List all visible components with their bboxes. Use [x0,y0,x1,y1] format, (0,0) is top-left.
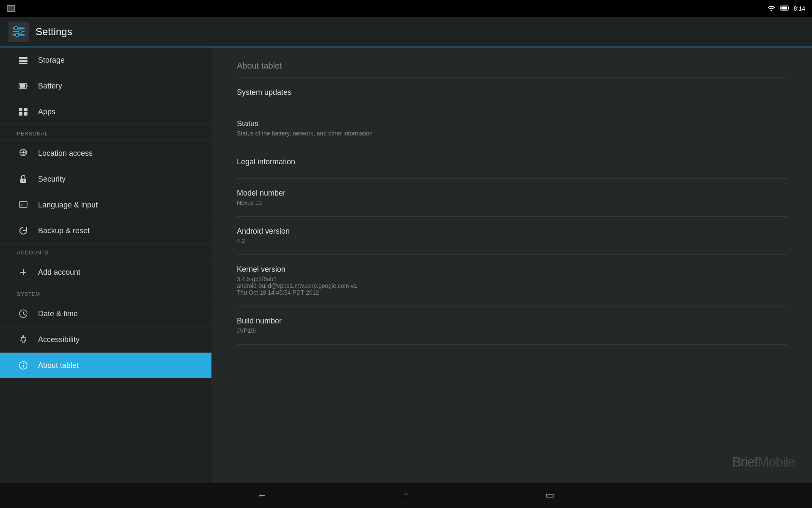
sidebar-label-security: Security [38,175,66,184]
svg-rect-18 [24,108,27,111]
item-title-modelnumber: Model number [237,189,787,198]
home-button[interactable]: ⌂ [398,487,414,504]
screenshot-icon [7,5,15,12]
content-title: About tablet [237,47,787,77]
content-item-androidversion: Android version 4.2 [237,217,787,255]
sidebar-item-about[interactable]: About tablet [0,353,211,378]
sidebar-item-security[interactable]: Security [0,166,211,192]
sidebar-item-backup[interactable]: Backup & reset [0,218,211,244]
datetime-icon [17,309,30,319]
battery-status-icon [780,5,790,13]
item-title-androidversion: Android version [237,227,787,236]
main-layout: Storage Battery [0,47,812,483]
content-panel: About tablet System updates Status Statu… [211,47,812,483]
title-bar: Settings [0,17,812,47]
page-title: Settings [36,26,72,38]
accessibility-icon [17,334,30,345]
svg-rect-19 [24,112,27,116]
item-subtitle-kernelversion: 3.4.5-g52f6ab1 android-build@vpbs1.mtv.c… [237,276,787,296]
about-icon [17,360,30,370]
sidebar-item-accessibility[interactable]: Accessibility [0,327,211,353]
svg-point-8 [19,30,22,33]
sidebar-label-datetime: Date & time [38,309,78,318]
svg-line-33 [23,314,25,315]
sidebar-label-about: About tablet [38,361,79,370]
content-item-modelnumber: Model number Nexus 10 [237,179,787,217]
svg-point-9 [15,33,19,37]
content-item-kernelversion: Kernel version 3.4.5-g52f6ab1 android-bu… [237,255,787,306]
sidebar-item-location[interactable]: Location access [0,141,211,166]
sidebar-item-addaccount[interactable]: Add account [0,260,211,285]
section-header-personal: PERSONAL [0,125,211,141]
battery-icon [17,81,30,91]
svg-point-26 [23,180,24,182]
sidebar-item-battery[interactable]: Battery [0,73,211,99]
sidebar-label-battery: Battery [38,82,62,91]
content-item-buildnumber: Build number JVP15I [237,306,787,345]
add-account-icon [17,267,30,277]
item-title-buildnumber: Build number [237,317,787,326]
item-subtitle-buildnumber: JVP15I [237,327,787,334]
svg-rect-10 [19,57,27,59]
sidebar-label-storage: Storage [38,56,65,65]
item-title-legalinfo: Legal information [237,157,787,166]
storage-icon [17,55,30,65]
content-item-legalinfo[interactable]: Legal information [237,147,787,179]
content-item-status[interactable]: Status Status of the battery, network, a… [237,109,787,147]
item-title-kernelversion: Kernel version [237,265,787,274]
item-subtitle-androidversion: 4.2 [237,237,787,244]
item-title-systemupdates: System updates [237,88,787,97]
svg-rect-3 [781,6,787,9]
sidebar-label-location: Location access [38,149,93,158]
item-subtitle-status: Status of the battery, network, and othe… [237,130,787,137]
section-header-accounts: ACCOUNTS [0,244,211,260]
watermark-brief: Brief [732,454,758,469]
security-icon [17,174,30,184]
content-item-systemupdates[interactable]: System updates [237,78,787,109]
sidebar-item-apps[interactable]: Apps [0,99,211,125]
svg-text:A: A [21,203,23,207]
sidebar-item-storage[interactable]: Storage [0,47,211,73]
sidebar-label-accessibility: Accessibility [38,335,80,344]
back-button[interactable]: ← [254,487,271,504]
svg-rect-2 [788,7,789,9]
location-icon [17,148,30,158]
language-icon: A [17,200,30,210]
item-subtitle-modelnumber: Nexus 10 [237,199,787,206]
svg-point-0 [771,10,772,11]
sidebar-label-apps: Apps [38,108,55,116]
svg-point-37 [23,363,24,364]
watermark-mobile: Mobile [758,454,795,469]
apps-icon [17,107,30,117]
settings-app-icon [8,22,29,42]
time-display: 8:14 [794,5,805,12]
backup-icon [17,226,30,236]
section-header-system: SYSTEM [0,285,211,301]
svg-rect-16 [19,108,22,111]
svg-rect-14 [27,85,27,87]
svg-point-7 [14,27,18,30]
svg-rect-15 [20,84,25,88]
sidebar-label-addaccount: Add account [38,268,80,277]
watermark: BriefMobile [732,454,795,470]
recents-button[interactable]: ▭ [541,487,558,504]
sidebar-item-datetime[interactable]: Date & time [0,301,211,327]
status-bar: 8:14 [0,0,812,17]
wifi-icon [767,5,776,13]
sidebar: Storage Battery [0,47,211,483]
item-title-status: Status [237,119,787,128]
sidebar-label-language: Language & input [38,201,98,210]
sidebar-label-backup: Backup & reset [38,226,90,235]
svg-point-34 [22,335,24,337]
nav-bar: ← ⌂ ▭ [0,483,812,508]
svg-rect-17 [19,112,22,116]
sidebar-item-language[interactable]: A Language & input [0,192,211,218]
svg-rect-12 [19,63,27,64]
svg-rect-11 [19,60,27,62]
